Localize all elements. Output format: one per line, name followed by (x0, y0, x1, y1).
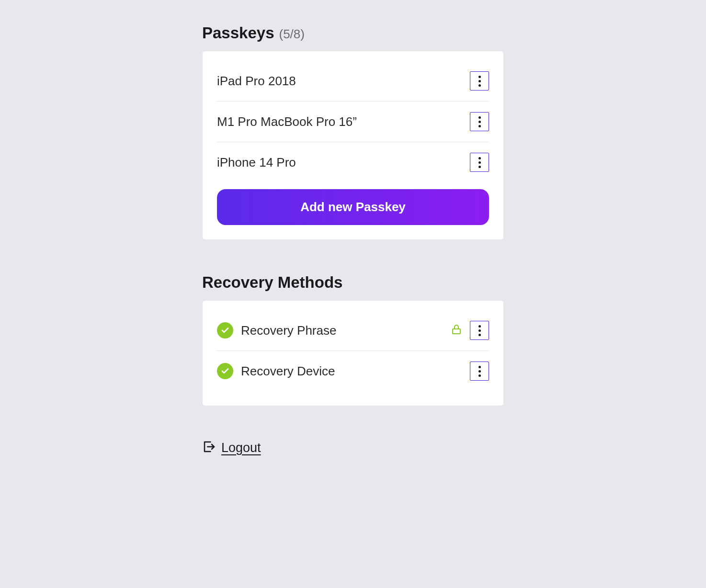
recovery-row: Recovery Device (217, 351, 489, 391)
passkey-row: iPad Pro 2018 (217, 61, 489, 102)
passkey-label: iPhone 14 Pro (217, 155, 296, 170)
more-vertical-icon (478, 366, 481, 377)
check-circle-icon (217, 363, 233, 379)
passkeys-card: iPad Pro 2018 M1 Pro MacBook Pro 16” iPh (202, 51, 504, 240)
passkey-more-button[interactable] (470, 153, 489, 172)
recovery-row: Recovery Phrase (217, 310, 489, 351)
passkey-label: M1 Pro MacBook Pro 16” (217, 114, 357, 129)
add-passkey-button[interactable]: Add new Passkey (217, 189, 489, 225)
recovery-more-button[interactable] (470, 362, 489, 381)
lock-icon (451, 323, 462, 338)
recovery-title: Recovery Methods (202, 273, 342, 292)
passkey-more-button[interactable] (470, 71, 489, 90)
recovery-more-button[interactable] (470, 321, 489, 340)
passkey-row: M1 Pro MacBook Pro 16” (217, 102, 489, 142)
recovery-card: Recovery Phrase Recovery (202, 300, 504, 406)
logout-button[interactable]: Logout (202, 440, 261, 456)
recovery-label: Recovery Phrase (241, 323, 336, 338)
more-vertical-icon (478, 116, 481, 127)
passkey-row: iPhone 14 Pro (217, 142, 489, 182)
svg-rect-0 (453, 329, 460, 334)
passkeys-title: Passkeys (202, 24, 274, 42)
more-vertical-icon (478, 76, 481, 87)
check-circle-icon (217, 322, 233, 339)
more-vertical-icon (478, 157, 481, 168)
passkey-more-button[interactable] (470, 112, 489, 131)
more-vertical-icon (478, 325, 481, 336)
logout-icon (202, 440, 216, 456)
passkeys-count: (5/8) (279, 27, 304, 42)
logout-label: Logout (221, 441, 261, 455)
passkey-label: iPad Pro 2018 (217, 74, 296, 89)
recovery-label: Recovery Device (241, 364, 335, 379)
